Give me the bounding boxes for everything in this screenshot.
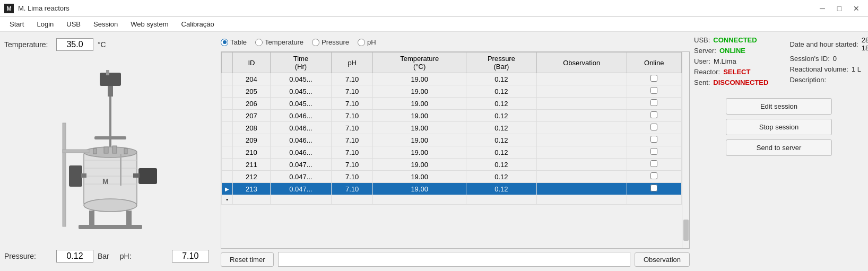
table-row[interactable]: ▶2130.047...7.1019.000.12 xyxy=(222,183,682,195)
row-ph-cell: 7.10 xyxy=(332,73,373,85)
observation-input[interactable] xyxy=(278,252,630,267)
data-table-wrapper: ID Time(Hr) pH Temperature(°C) Pressure(… xyxy=(221,51,690,249)
row-online-checkbox[interactable] xyxy=(650,185,657,191)
table-scroll-area[interactable]: ID Time(Hr) pH Temperature(°C) Pressure(… xyxy=(221,52,682,248)
row-online-cell[interactable] xyxy=(627,98,681,110)
stop-session-button[interactable]: Stop session xyxy=(726,119,832,135)
col-time: Time(Hr) xyxy=(270,53,331,73)
table-row[interactable]: 2100.046...7.1019.000.12 xyxy=(222,146,682,159)
row-online-cell[interactable] xyxy=(627,183,681,195)
row-observation-cell xyxy=(536,122,627,134)
menu-calibracao[interactable]: Calibração xyxy=(176,19,220,29)
table-row[interactable]: • xyxy=(222,195,682,205)
row-online-checkbox[interactable] xyxy=(650,136,657,143)
table-row[interactable]: 2060.045...7.1019.000.12 xyxy=(222,98,682,110)
row-online-cell[interactable] xyxy=(627,122,681,134)
row-online-cell[interactable] xyxy=(627,73,681,85)
reactor-image-area: M xyxy=(4,56,216,242)
row-id-cell: 208 xyxy=(233,122,271,134)
svg-rect-2 xyxy=(109,97,111,139)
radio-table-label: Table xyxy=(230,38,247,46)
row-online-checkbox[interactable] xyxy=(650,148,657,155)
row-arrow-cell xyxy=(222,110,233,122)
row-time-cell: 0.046... xyxy=(270,110,331,122)
table-row[interactable]: 2040.045...7.1019.000.12 xyxy=(222,73,682,85)
row-online-checkbox[interactable] xyxy=(650,87,657,94)
radio-ph[interactable]: pH xyxy=(358,38,376,46)
row-online-checkbox[interactable] xyxy=(650,124,657,130)
row-arrow-cell xyxy=(222,146,233,159)
minimize-button[interactable]: ─ xyxy=(815,3,830,14)
row-id-cell: 213 xyxy=(233,183,271,195)
temperature-value: 35.0 xyxy=(56,38,93,51)
pressure-unit: Bar xyxy=(98,252,109,260)
usb-label: USB: xyxy=(694,36,710,44)
row-pressure-cell: 0.12 xyxy=(466,134,537,146)
row-online-checkbox[interactable] xyxy=(650,160,657,167)
user-row: User: M.Lima xyxy=(694,57,768,65)
description-label: Description: xyxy=(789,76,826,84)
radio-pressure[interactable]: Pressure xyxy=(312,38,349,46)
vertical-scrollbar[interactable] xyxy=(682,52,689,248)
col-observation: Observation xyxy=(536,53,627,73)
table-row[interactable]: 2050.045...7.1019.000.12 xyxy=(222,85,682,98)
row-online-cell[interactable] xyxy=(627,110,681,122)
row-arrow-cell xyxy=(222,171,233,183)
menu-start[interactable]: Start xyxy=(4,19,29,29)
session-id-label: Session's ID: xyxy=(789,55,829,63)
temperature-row: Temperature: 35.0 °C xyxy=(4,36,216,53)
scrollbar-thumb xyxy=(683,220,689,241)
reset-timer-button[interactable]: Reset timer xyxy=(221,252,274,267)
radio-pressure-circle xyxy=(312,39,319,46)
svg-rect-15 xyxy=(124,148,127,154)
table-row[interactable]: 2120.047...7.1019.000.12 xyxy=(222,171,682,183)
radio-temperature[interactable]: Temperature xyxy=(255,38,303,46)
menu-web-system[interactable]: Web system xyxy=(125,19,173,29)
table-row[interactable]: 2070.046...7.1019.000.12 xyxy=(222,110,682,122)
table-row[interactable]: 2110.047...7.1019.000.12 xyxy=(222,159,682,171)
radio-table[interactable]: Table xyxy=(221,38,247,46)
row-online-cell[interactable] xyxy=(627,85,681,98)
row-arrow-cell xyxy=(222,85,233,98)
edit-session-button[interactable]: Edit session xyxy=(726,98,832,115)
title-bar: M M. Lima reactors ─ □ ✕ xyxy=(0,0,868,17)
row-time-cell: 0.047... xyxy=(270,183,331,195)
user-value: M.Lima xyxy=(714,57,736,65)
close-button[interactable]: ✕ xyxy=(849,3,864,14)
temperature-label: Temperature: xyxy=(4,40,52,49)
menu-usb[interactable]: USB xyxy=(61,19,86,29)
row-online-cell[interactable] xyxy=(627,159,681,171)
row-online-checkbox[interactable] xyxy=(650,99,657,106)
row-arrow-cell xyxy=(222,122,233,134)
row-online-cell[interactable] xyxy=(627,146,681,159)
row-pressure-cell: 0.12 xyxy=(466,183,537,195)
send-to-server-button[interactable]: Send to server xyxy=(726,139,832,156)
col-online: Online xyxy=(627,53,681,73)
maximize-button[interactable]: □ xyxy=(832,3,847,14)
row-time-cell: 0.045... xyxy=(270,98,331,110)
row-online-checkbox[interactable] xyxy=(650,75,657,82)
row-online-cell[interactable] xyxy=(627,134,681,146)
reactional-volume-value: 1 L xyxy=(852,65,861,73)
table-header-row: ID Time(Hr) pH Temperature(°C) Pressure(… xyxy=(222,53,682,73)
row-pressure-cell: 0.12 xyxy=(466,73,537,85)
row-online-cell[interactable] xyxy=(627,195,681,205)
row-online-checkbox[interactable] xyxy=(650,172,657,179)
row-online-checkbox[interactable] xyxy=(650,111,657,118)
row-online-cell[interactable] xyxy=(627,171,681,183)
table-row[interactable]: 2080.046...7.1019.000.12 xyxy=(222,122,682,134)
row-arrow-cell: • xyxy=(222,195,233,205)
row-time-cell: 0.046... xyxy=(270,122,331,134)
svg-rect-22 xyxy=(133,173,140,178)
usb-row: USB: CONNECTED xyxy=(694,36,768,44)
table-row[interactable]: 2090.046...7.1019.000.12 xyxy=(222,134,682,146)
data-table: ID Time(Hr) pH Temperature(°C) Pressure(… xyxy=(221,52,682,205)
radio-temperature-label: Temperature xyxy=(265,38,303,46)
reactor-image: M xyxy=(47,70,174,229)
reactor-value: SELECT xyxy=(723,68,750,76)
menu-session[interactable]: Session xyxy=(88,19,123,29)
row-temp-cell: 19.00 xyxy=(373,146,466,159)
menu-login[interactable]: Login xyxy=(31,19,59,29)
observation-button[interactable]: Observation xyxy=(635,252,690,267)
row-pressure-cell xyxy=(466,195,537,205)
